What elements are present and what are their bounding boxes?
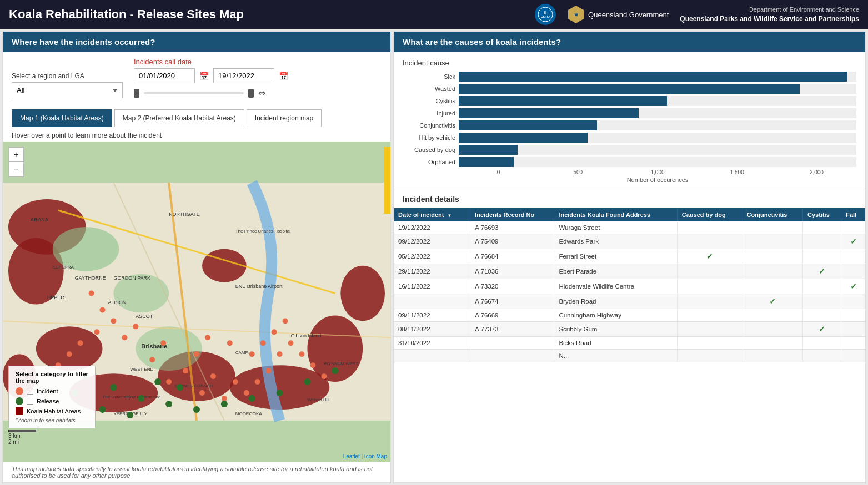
legend-title: Select a category to filterthe map [16, 371, 88, 384]
svg-text:ARANA: ARANA [31, 217, 49, 223]
svg-point-69 [321, 373, 327, 379]
table-section-title: Incident details [394, 190, 865, 208]
bar-label: Conjunctivitis [403, 122, 455, 129]
svg-text:CAMP...: CAMP... [235, 350, 252, 355]
svg-point-52 [222, 396, 227, 401]
cell-address: Ebert Parade [554, 264, 677, 279]
map-footer: This map includes data specifically to a… [3, 462, 390, 482]
icon-map-link[interactable]: Icon Map [364, 453, 387, 459]
cell-record: A 76693 [470, 221, 554, 234]
right-panel-scroll[interactable]: Incident cause Sick Wasted Cystitis Inju… [394, 52, 865, 482]
slider-left-handle[interactable] [134, 89, 139, 98]
calendar-from-icon[interactable]: 📅 [199, 72, 209, 80]
svg-point-89 [99, 406, 106, 413]
cell-dog [677, 309, 742, 322]
svg-text:KEPERRA: KEPERRA [53, 265, 74, 270]
leaflet-link[interactable]: Leaflet [343, 453, 360, 459]
cell-conjunctivitis [742, 309, 802, 322]
chart-section: Incident cause Sick Wasted Cystitis Inju… [394, 52, 865, 190]
scale-3km: 3 km [8, 433, 36, 439]
cell-fall [841, 249, 865, 264]
svg-point-57 [277, 351, 283, 357]
table-section: Incident details Date of incident ▼ Inci… [394, 190, 865, 482]
table-row: 29/11/2022 A 71036 Ebert Parade ✓ [394, 264, 865, 279]
axis-1500: 1,500 [698, 169, 777, 175]
cell-cystitis [803, 249, 841, 264]
map-hint: Hover over a point to learn more about t… [3, 132, 390, 142]
cell-fall [841, 264, 865, 279]
zoom-out-button[interactable]: − [9, 162, 23, 176]
slider-right-handle[interactable] [248, 89, 254, 98]
bar-label: Hit by vehicle [403, 134, 455, 141]
table-wrapper[interactable]: Date of incident ▼ Incidents Record No I… [394, 208, 865, 482]
map-tabs: Map 1 (Koala Habitat Areas) Map 2 (Prefe… [3, 109, 390, 132]
cell-fall [841, 322, 865, 337]
cell-date: 09/12/2022 [394, 234, 470, 249]
bar-outer [459, 96, 856, 106]
calendar-to-icon[interactable]: 📅 [279, 72, 288, 80]
svg-point-67 [299, 351, 304, 357]
svg-text:CSIRO: CSIRO [541, 15, 550, 18]
date-to-input[interactable] [213, 68, 274, 83]
map-tab-3[interactable]: Incident region map [247, 109, 322, 127]
date-slider: ⇔ [134, 88, 288, 98]
map-side-legend-bar [384, 147, 390, 214]
release-checkbox[interactable] [27, 398, 33, 405]
cell-fall [841, 294, 865, 309]
svg-point-83 [277, 390, 283, 396]
bar-row: Cystitis [403, 96, 856, 106]
bar-row: Hit by vehicle [403, 133, 856, 143]
right-panel: What are the causes of koala incidents? … [393, 31, 866, 483]
map-tab-1[interactable]: Map 1 (Koala Habitat Areas) [12, 109, 112, 127]
svg-text:WEST END: WEST END [130, 367, 153, 372]
col-date[interactable]: Date of incident ▼ [394, 208, 470, 221]
axis-title: Number of occurences [459, 176, 856, 183]
table-row: 19/12/2022 A 76693 Wuraga Street [394, 221, 865, 234]
svg-point-50 [199, 390, 205, 396]
cell-dog [677, 221, 742, 234]
svg-text:ASCOT: ASCOT [136, 314, 153, 319]
cell-cystitis [803, 337, 841, 350]
cell-date: 19/12/2022 [394, 221, 470, 234]
cell-fall [841, 309, 865, 322]
svg-point-49 [183, 368, 188, 373]
cell-conjunctivitis [742, 322, 802, 337]
legend-habitat-label: Koala Habitat Areas [27, 408, 81, 415]
bar-inner [459, 72, 847, 82]
cell-dog [677, 264, 742, 279]
svg-text:⚜: ⚜ [574, 12, 579, 18]
svg-text:MOOROOKA: MOOROOKA [235, 411, 263, 416]
bar-row: Conjunctivitis [403, 120, 856, 130]
bar-inner [459, 108, 639, 118]
qld-gov-label: Queensland Government [588, 11, 669, 19]
cell-record: A 73320 [470, 279, 554, 294]
legend-incident-label: Incident [37, 388, 58, 395]
map-tab-2[interactable]: Map 2 (Preferred Koala Habitat Areas) [114, 109, 244, 127]
svg-point-64 [67, 351, 72, 357]
cell-address: Ferrari Street [554, 249, 677, 264]
zoom-in-button[interactable]: + [9, 148, 23, 162]
svg-point-48 [166, 379, 172, 385]
cell-cystitis: ✓ [803, 264, 841, 279]
region-select[interactable]: All [12, 82, 123, 98]
map-container[interactable]: ARANA KEPERRA NORTHGATE The Prince Charl… [3, 142, 390, 462]
date-from-input[interactable] [134, 68, 195, 83]
sort-arrow-date: ▼ [448, 213, 452, 218]
svg-point-55 [255, 379, 260, 385]
svg-point-44 [89, 291, 94, 296]
left-panel: Where have the incidents occurred? Selec… [2, 31, 391, 483]
svg-text:Gibson Island: Gibson Island [291, 333, 322, 339]
svg-point-63 [78, 340, 83, 346]
cell-dog [677, 234, 742, 249]
svg-point-62 [94, 329, 100, 335]
cell-fall [841, 221, 865, 234]
cell-conjunctivitis [742, 234, 802, 249]
header-logos: ||| CSIRO ⚜ Queensland Government Depart… [535, 4, 859, 25]
cell-fall [841, 337, 865, 350]
table-row: 31/10/2022 Bicks Road [394, 337, 865, 350]
bar-inner [459, 133, 588, 143]
incident-table: Date of incident ▼ Incidents Record No I… [394, 208, 865, 362]
incident-checkbox[interactable] [27, 388, 33, 395]
cell-address: Bryden Road [554, 294, 677, 309]
svg-point-74 [272, 329, 277, 335]
